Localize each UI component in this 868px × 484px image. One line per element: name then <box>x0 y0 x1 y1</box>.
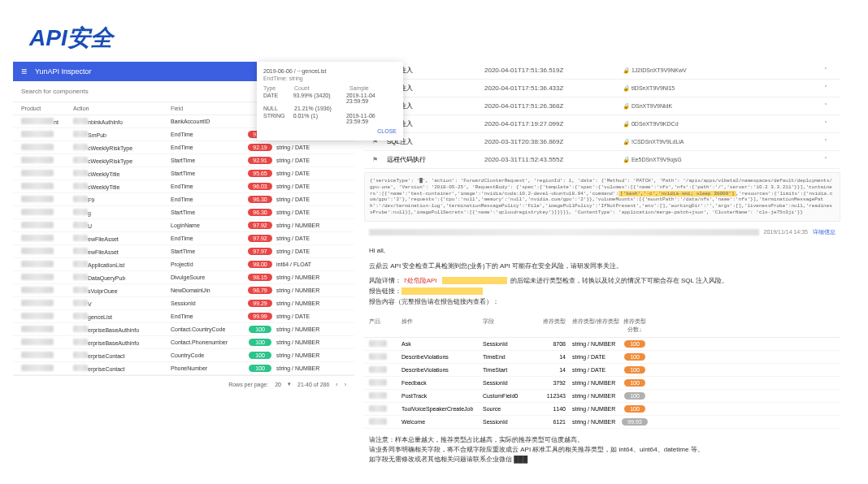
chevron-down-icon[interactable]: ˅ <box>819 67 832 74</box>
lock-icon: 🔒 <box>623 139 630 145</box>
prev-page-icon[interactable]: ‹ <box>336 382 337 387</box>
inspector-title: YunAPI Inspector <box>35 67 92 76</box>
footer-line1: 请注意：样本总量越大，推荐类型占比越高，实际的推荐类型可信度越高。 <box>369 435 835 445</box>
field-detail-popup: 2019-06-06 / ···genceList EndTime: strin… <box>257 62 403 140</box>
memo-line1: 云鼎云 API 安全检查工具检测到您(业务)下的 API 可能存在安全风险，请研… <box>369 261 835 272</box>
table-row[interactable]: ApplicationList ProjectId 98.00 int64 / … <box>13 258 354 271</box>
popup-title: 2019-06-06 / ···genceList <box>263 68 397 74</box>
footer-line2a: 请业务同事明确相关字段，将不合规字段应重改成云 API 标准工具的相关推荐类型，… <box>369 445 835 455</box>
footer-note: 请注意：样本总量越大，推荐类型占比越高，实际的推荐类型可信度越高。 请业务同事明… <box>364 429 840 471</box>
request-payload-code: {'serviceType': '█', 'action': 'ForwardC… <box>364 172 840 222</box>
alert-row[interactable]: ⚑ SQL注入 2020-03-31T20:38:36.869Z 🔒 !CSDS… <box>364 133 840 151</box>
page-range: 21-40 of 286 <box>297 382 329 387</box>
lock-icon: 🔒 <box>623 157 630 162</box>
col-product: Product <box>21 106 73 111</box>
menu-icon[interactable]: ≡ <box>21 66 27 77</box>
table-row[interactable]: ewFileAsset StartTime 97.97 string / DAT… <box>13 245 354 258</box>
table-row[interactable]: genceList EndTime 99.99 string / DATE <box>13 310 354 323</box>
table-row[interactable]: U LoginName 97.92 string / NUMBER <box>13 219 354 232</box>
inspector-panel: ≡ YunAPI Inspector Product Action Field … <box>13 62 354 471</box>
timestamp-line: 2019/11/14 14:35 详细信息 <box>364 225 840 240</box>
mini-table-row: Ask SessionId 8708 string / NUMBER 100 <box>364 338 840 351</box>
mini-table-row: DescribeViolations TimeEnd 14 string / D… <box>364 351 840 364</box>
alert-row[interactable]: ⚑ SQL注入 2020-04-01T17:19:27.099Z 🔒 0DSnX… <box>364 115 840 133</box>
table-row[interactable]: sVoiprOuee NewDomainUin 98.79 string / N… <box>13 284 354 297</box>
table-row[interactable]: F9 EndTime 96.30 string / DATE <box>13 193 354 206</box>
alerts-panel: ⚑ SQL注入 2020-04-01T17:51:36.519Z 🔒 1J2ID… <box>364 62 840 471</box>
pagination: Rows per page: 20 ▾ 21-40 of 286 ‹ › <box>13 375 354 392</box>
report-label: 报告链接： <box>369 287 401 295</box>
table-row[interactable]: cWeeklyRiskType StartTime 92.91 string /… <box>13 154 354 167</box>
timestamp: 2019/11/14 14:35 <box>764 229 809 235</box>
alert-row[interactable]: ⚑ 远程代码执行 2020-03-31T11:52:43.555Z 🔒 Ee5D… <box>364 151 840 169</box>
mini-table-head: 产品 操作 字段 推荐类型 推荐类型/推荐类型 推荐类型分数↓ <box>364 314 840 338</box>
page-title: API安全 <box>0 0 868 62</box>
detail-link[interactable]: 详细信息 <box>813 228 835 236</box>
chevron-down-icon[interactable]: ˅ <box>819 102 832 110</box>
table-row[interactable]: DataQueryPub DivulgeSoure 98.15 string /… <box>13 271 354 284</box>
chevron-down-icon[interactable]: ▾ <box>288 381 291 387</box>
lock-icon: 🔒 <box>623 103 630 109</box>
chevron-down-icon[interactable]: ˅ <box>819 138 832 145</box>
mini-table-row: PostTrack CustomField0 112343 string / N… <box>364 390 840 403</box>
mini-table-row: Feedback SessionId 3792 string / NUMBER … <box>364 377 840 390</box>
alert-row[interactable]: ⚑ SQL注入 2020-04-01T17:51:26.368Z 🔒 DSnXT… <box>364 97 840 115</box>
lock-icon: 🔒 <box>623 121 630 127</box>
alert-row[interactable]: ⚑ SQL注入 2020-04-01T17:51:36.433Z 🔒 tIDSn… <box>364 80 840 97</box>
popup-subtitle: EndTime: string <box>263 76 397 81</box>
lock-icon: 🔒 <box>623 85 630 91</box>
popup-close[interactable]: CLOSE <box>263 128 397 134</box>
rows-per-page-label: Rows per page: <box>228 382 268 387</box>
table-row[interactable]: erpriseBaseAuthinfo Contact.CountryCode … <box>13 323 354 336</box>
memo-greeting: Hi all, <box>369 246 835 257</box>
table-row[interactable]: V SessionId 99.29 string / NUMBER <box>13 297 354 310</box>
alert-row[interactable]: ⚑ SQL注入 2020-04-01T17:51:36.519Z 🔒 1J2ID… <box>364 62 840 80</box>
footer-line2b: 如字段无需修改或者其他相关问题请联系企业微信 ███ <box>369 455 835 465</box>
next-page-icon[interactable]: › <box>345 382 346 387</box>
table-row[interactable]: cWeeklyRiskType EndTime 92.19 string / D… <box>13 141 354 154</box>
mini-table-row: ToolVoiceSpeakerCreateJob Source 1140 st… <box>364 403 840 416</box>
risk-label: 风险详情： <box>369 277 401 284</box>
table-row[interactable]: cWeeklyTitle EndTime 96.03 string / DATE <box>13 180 354 193</box>
col-field: Field <box>171 106 244 111</box>
table-row[interactable]: erpriseContact PhoneNumber 100 string / … <box>13 362 354 375</box>
chevron-down-icon[interactable]: ˅ <box>819 84 832 92</box>
table-row[interactable]: erpriseBaseAuthinfo Contact.Phonenumber … <box>13 336 354 349</box>
lock-icon: 🔒 <box>623 67 630 73</box>
content-label: 报告内容（完整报告请在报告链接内查看）： <box>369 297 835 308</box>
risk-count: 7处危险API <box>403 277 436 284</box>
table-row[interactable]: cWeeklyTitle StartTime 95.65 string / DA… <box>13 167 354 180</box>
table-row[interactable]: g StartTime 96.30 string / DATE <box>13 206 354 219</box>
col-action: Action <box>73 106 171 111</box>
flag-icon: ⚑ <box>372 156 387 163</box>
table-row[interactable]: erpriseContact CountryCode 100 string / … <box>13 349 354 362</box>
chevron-down-icon[interactable]: ˅ <box>819 120 832 127</box>
page-size[interactable]: 20 <box>275 382 281 387</box>
mini-table-row: Welcome SessionId 6121 string / NUMBER 9… <box>364 416 840 429</box>
chevron-up-icon[interactable]: ˄ <box>819 156 832 163</box>
mini-table-row: DescribeViolations TimeStart 14 string /… <box>364 364 840 377</box>
risk-text: 的后端未进行类型检查，转换以及转义的情况下可能合存在 SQL 注入风险。 <box>510 277 728 284</box>
table-row[interactable]: ewFileAsset EndTime 97.92 string / DATE <box>13 232 354 245</box>
memo-section: Hi all, 云鼎云 API 安全检查工具检测到您(业务)下的 API 可能存… <box>364 240 840 314</box>
